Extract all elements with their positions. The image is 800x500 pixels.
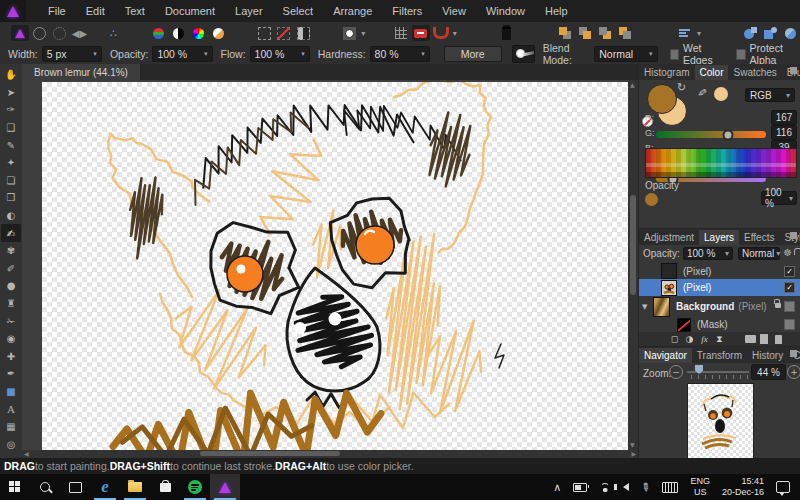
layer-visibility-checkbox[interactable]: ✓ (784, 282, 795, 293)
swap-colors-icon[interactable]: ↻ (677, 81, 686, 94)
live-filter-icon[interactable]: ⧗ (712, 334, 727, 345)
colour-replacement-tool[interactable]: ✾ (1, 242, 21, 260)
more-button[interactable]: More (444, 46, 502, 62)
layers-opacity-dropdown[interactable]: 100 %▾ (683, 247, 733, 260)
erase-tool[interactable]: ✐ (1, 260, 21, 278)
boolean-add-icon[interactable] (742, 25, 760, 41)
auto-contrast-icon[interactable] (170, 25, 188, 41)
mask-layer-icon[interactable] (340, 25, 358, 41)
force-pixel-alignment-icon[interactable] (412, 25, 430, 41)
expand-arrow-icon[interactable]: ▼ (642, 303, 647, 311)
dodge-tool[interactable]: ● (1, 277, 21, 295)
spotify-taskbar-icon[interactable] (180, 474, 210, 500)
wet-edges-checkbox[interactable] (670, 49, 679, 60)
mesh-warp-tool[interactable]: ▦ (1, 418, 21, 436)
deselect-icon[interactable] (275, 25, 293, 41)
green-channel-value[interactable]: 116 (771, 125, 797, 140)
vertical-scroll-thumb[interactable] (630, 195, 636, 295)
delete-icon[interactable] (497, 25, 515, 41)
tab-navigator[interactable]: Navigator (639, 348, 692, 363)
view-tool[interactable]: ✋ (1, 66, 21, 84)
menu-view[interactable]: View (432, 0, 476, 22)
snapping-dropdown-icon[interactable]: ▾ (453, 29, 457, 38)
zoom-tool[interactable]: ◎ (1, 435, 21, 453)
scroll-down-icon[interactable]: ▼ (630, 441, 635, 449)
marquee-select-tool[interactable]: ❏ (1, 172, 21, 190)
snapping-magnet-icon[interactable] (432, 25, 450, 41)
flood-fill-tool[interactable]: ❒ (1, 189, 21, 207)
brush-preview-icon[interactable] (512, 45, 535, 63)
layer-settings-gear-icon[interactable]: ☸ (783, 247, 792, 258)
lock-icon[interactable] (794, 248, 800, 255)
blend-mode-dropdown[interactable]: Normal▾ (594, 46, 657, 62)
menu-layer[interactable]: Layer (225, 0, 273, 22)
color-spectrum[interactable] (645, 148, 797, 178)
move-forward-icon[interactable] (577, 25, 595, 41)
document-tab[interactable]: Brown lemur (44.1%) (22, 64, 140, 80)
tab-transform[interactable]: Transform (692, 348, 747, 363)
move-backward-icon[interactable] (597, 25, 615, 41)
opacity-dropdown[interactable]: 100 %▾ (152, 46, 212, 62)
liquify-persona-icon[interactable] (31, 25, 49, 41)
selection-brush-tool[interactable]: ✎ (1, 136, 21, 154)
tone-mapping-persona-icon[interactable]: ◀▶ (71, 25, 89, 41)
shape-tool[interactable]: ■ (1, 383, 21, 401)
hardness-dropdown[interactable]: 80 %▾ (370, 46, 430, 62)
move-to-back-icon[interactable] (617, 25, 635, 41)
panel-menu-icon[interactable] (790, 350, 797, 357)
picked-color-swatch[interactable] (714, 87, 728, 101)
tab-layers[interactable]: Layers (699, 230, 739, 245)
color-mode-dropdown[interactable]: RGB▾ (745, 88, 795, 102)
file-explorer-taskbar-icon[interactable] (120, 474, 150, 500)
flow-dropdown[interactable]: 100 %▾ (250, 46, 310, 62)
crop-tool[interactable]: ❑ (1, 119, 21, 137)
red-channel-value[interactable]: 167 (771, 110, 797, 125)
pen-settings-icon[interactable]: ✎ (638, 479, 653, 495)
navigator-thumbnail[interactable] (688, 384, 753, 460)
export-persona-icon[interactable]: ∴ (104, 25, 122, 41)
red-channel-slider[interactable] (656, 131, 766, 138)
start-button[interactable] (0, 474, 30, 500)
edge-taskbar-icon[interactable]: e (90, 474, 120, 500)
horizontal-scrollbar[interactable]: ◀ ▶ (22, 450, 638, 458)
blemish-removal-tool[interactable]: ✁ (1, 312, 21, 330)
language-indicator[interactable]: ENGUS (690, 476, 710, 498)
app-logo-icon[interactable] (0, 0, 26, 22)
tab-color[interactable]: Color (695, 65, 729, 80)
pen-tool[interactable]: ✒ (1, 365, 21, 383)
battery-icon[interactable] (573, 483, 587, 492)
zoom-slider-thumb[interactable] (695, 365, 703, 374)
menu-text[interactable]: Text (115, 0, 155, 22)
menu-edit[interactable]: Edit (76, 0, 115, 22)
menu-window[interactable]: Window (476, 0, 535, 22)
color-picker-icon[interactable]: ✎ (694, 87, 708, 98)
alignment-icon[interactable] (676, 25, 694, 41)
add-adjustment-icon[interactable]: ◑ (682, 334, 697, 344)
wifi-icon[interactable] (599, 482, 611, 492)
flood-select-tool[interactable]: ✦ (1, 154, 21, 172)
alignment-dropdown-icon[interactable]: ▾ (697, 29, 701, 38)
vertical-scrollbar[interactable]: ▲ ▼ (628, 80, 638, 450)
tab-effects[interactable]: Effects (739, 230, 779, 245)
affinity-taskbar-icon[interactable] (210, 474, 240, 500)
layer-visibility-checkbox[interactable] (784, 301, 795, 312)
clone-tool[interactable]: ♜ (1, 295, 21, 313)
smudge-tool[interactable]: ✚ (1, 348, 21, 366)
tab-histogram[interactable]: Histogram (639, 65, 695, 80)
menu-arrange[interactable]: Arrange (323, 0, 382, 22)
layer-visibility-checkbox[interactable]: ✓ (784, 266, 795, 277)
layer-effects-icon[interactable]: fx (697, 334, 712, 344)
text-tool[interactable]: A (1, 400, 21, 418)
gradient-tool[interactable]: ◐ (1, 207, 21, 225)
layer-visibility-checkbox[interactable] (784, 319, 795, 330)
red-slider-knob[interactable] (723, 129, 734, 140)
boolean-intersect-icon[interactable] (781, 25, 799, 41)
zoom-out-icon[interactable]: − (669, 365, 683, 379)
boolean-subtract-icon[interactable] (761, 25, 779, 41)
color-opacity-value[interactable]: 100 %▾ (761, 191, 797, 205)
add-mask-icon[interactable]: ◻ (667, 334, 682, 344)
canvas[interactable] (42, 82, 628, 450)
scroll-up-icon[interactable]: ▲ (630, 81, 635, 89)
horizontal-scroll-thumb[interactable] (200, 451, 340, 456)
menu-file[interactable]: File (38, 0, 76, 22)
